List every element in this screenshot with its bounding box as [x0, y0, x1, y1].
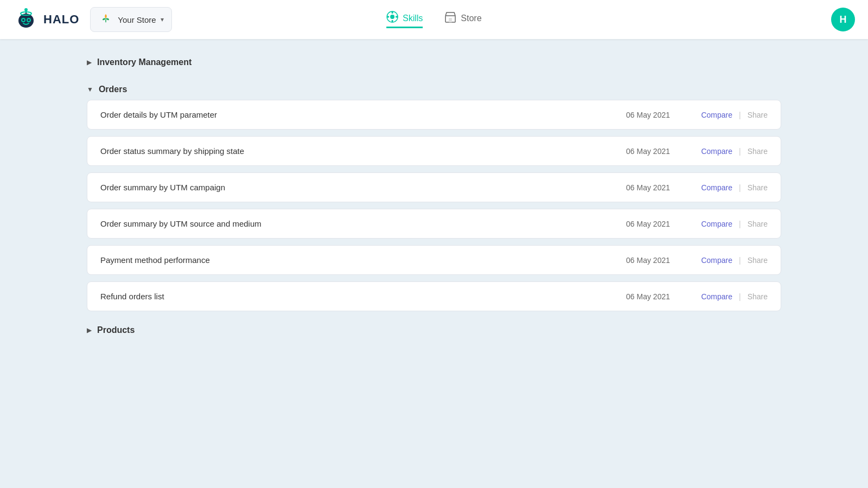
nav-store-label: Store: [461, 14, 482, 23]
report-date: 06 May 2021: [605, 292, 670, 301]
store-selector[interactable]: Your Store ▾: [90, 7, 171, 32]
report-date: 06 May 2021: [605, 256, 670, 265]
share-button[interactable]: Share: [748, 183, 768, 192]
share-button[interactable]: Share: [748, 292, 768, 301]
orders-arrow-icon: ▼: [87, 86, 93, 93]
report-name: Order details by UTM parameter: [100, 110, 605, 119]
report-actions: Compare | Share: [692, 183, 768, 192]
compare-button[interactable]: Compare: [701, 147, 732, 156]
store-selector-text: Your Store: [118, 15, 156, 24]
svg-rect-12: [387, 16, 389, 18]
avatar[interactable]: H: [831, 8, 855, 31]
table-row: Order summary by UTM campaign 06 May 202…: [87, 172, 781, 202]
report-date: 06 May 2021: [605, 220, 670, 228]
section-orders-container: ▼ Orders Order details by UTM parameter …: [87, 77, 781, 311]
skills-icon: [386, 11, 398, 25]
logo-text: HALO: [43, 12, 79, 27]
svg-rect-10: [392, 11, 393, 14]
share-button[interactable]: Share: [748, 256, 768, 265]
report-actions: Compare | Share: [692, 147, 768, 156]
compare-button[interactable]: Compare: [701, 183, 732, 192]
svg-point-6: [24, 8, 28, 11]
svg-point-9: [390, 15, 394, 19]
store-flower-icon: [98, 12, 113, 27]
nav-center: Skills Store: [386, 11, 482, 28]
report-date: 06 May 2021: [605, 111, 670, 119]
table-row: Order summary by UTM source and medium 0…: [87, 209, 781, 239]
nav-skills-label: Skills: [403, 14, 423, 23]
nav-skills[interactable]: Skills: [386, 11, 423, 28]
svg-point-4: [28, 19, 30, 21]
report-name: Refund orders list: [100, 292, 605, 301]
divider: |: [739, 111, 741, 119]
store-icon: [445, 11, 457, 26]
products-label: Products: [97, 325, 135, 335]
divider: |: [739, 220, 741, 228]
table-row: Payment method performance 06 May 2021 C…: [87, 245, 781, 275]
avatar-letter: H: [840, 14, 847, 25]
report-actions: Compare | Share: [692, 256, 768, 265]
divider: |: [739, 147, 741, 156]
table-row: Refund orders list 06 May 2021 Compare |…: [87, 281, 781, 311]
svg-rect-15: [449, 18, 452, 22]
share-button[interactable]: Share: [748, 111, 768, 119]
svg-point-3: [22, 19, 24, 21]
report-name: Order status summary by shipping state: [100, 146, 605, 156]
report-name: Order summary by UTM source and medium: [100, 219, 605, 228]
report-actions: Compare | Share: [692, 111, 768, 119]
orders-label: Orders: [99, 85, 127, 94]
share-button[interactable]: Share: [748, 147, 768, 156]
report-name: Payment method performance: [100, 255, 605, 265]
divider: |: [739, 183, 741, 192]
logo-area: HALO: [13, 7, 79, 33]
share-button[interactable]: Share: [748, 220, 768, 228]
table-row: Order status summary by shipping state 0…: [87, 136, 781, 166]
table-row: Order details by UTM parameter 06 May 20…: [87, 100, 781, 130]
report-name: Order summary by UTM campaign: [100, 183, 605, 192]
section-inventory-management[interactable]: ▶ Inventory Management: [87, 50, 781, 73]
inventory-arrow-icon: ▶: [87, 59, 92, 66]
header: HALO Your Store ▾: [0, 0, 868, 39]
halo-logo-icon: [13, 7, 39, 33]
divider: |: [739, 256, 741, 265]
report-date: 06 May 2021: [605, 147, 670, 156]
divider: |: [739, 292, 741, 301]
main-content: ▶ Inventory Management ▼ Orders Order de…: [0, 39, 868, 488]
inventory-management-label: Inventory Management: [97, 57, 192, 67]
compare-button[interactable]: Compare: [701, 292, 732, 301]
report-actions: Compare | Share: [692, 220, 768, 228]
compare-button[interactable]: Compare: [701, 256, 732, 265]
section-products[interactable]: ▶ Products: [87, 318, 781, 341]
svg-rect-11: [392, 20, 393, 22]
products-arrow-icon: ▶: [87, 326, 92, 334]
section-orders[interactable]: ▼ Orders: [87, 77, 781, 100]
nav-store[interactable]: Store: [445, 11, 482, 28]
svg-rect-13: [395, 16, 398, 18]
chevron-down-icon: ▾: [161, 16, 164, 23]
compare-button[interactable]: Compare: [701, 111, 732, 119]
report-date: 06 May 2021: [605, 183, 670, 192]
compare-button[interactable]: Compare: [701, 220, 732, 228]
report-actions: Compare | Share: [692, 292, 768, 301]
